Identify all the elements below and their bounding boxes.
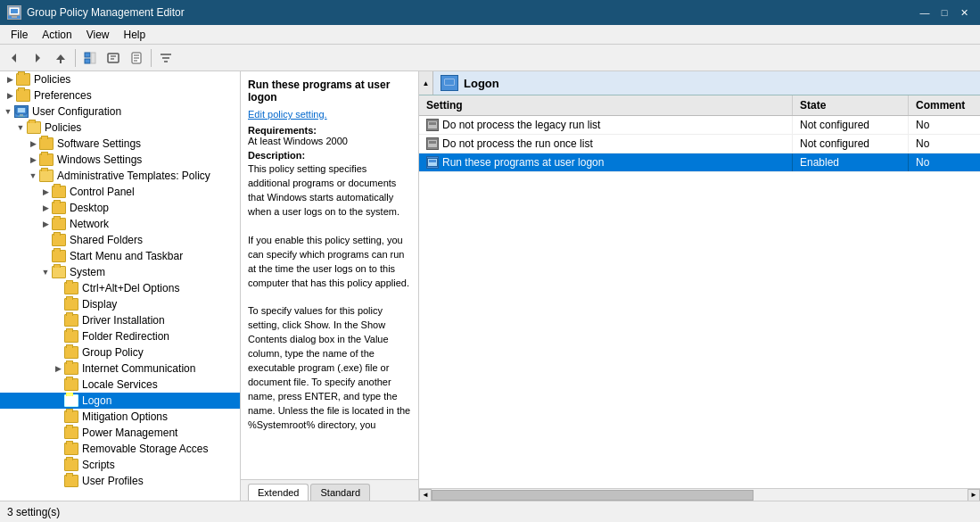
toolbar-back[interactable] [4, 47, 25, 69]
grid-row-0[interactable]: Do not process the legacy run list Not c… [419, 116, 980, 135]
expand-icon[interactable]: ▶ [4, 73, 16, 86]
tab-extended[interactable]: Extended [248, 484, 309, 501]
tree-item-power-mgmt[interactable]: ▶ Power Management [0, 425, 240, 441]
tree-item-driver-installation[interactable]: ▶ Driver Installation [0, 312, 240, 328]
tree-item-mitigation[interactable]: ▶ Mitigation Options [0, 409, 240, 425]
tree-label: Group Policy [82, 346, 144, 359]
desc-scroll-up[interactable]: ▲ [419, 71, 433, 95]
tree-label: Network [70, 218, 109, 230]
toolbar-forward[interactable] [27, 47, 48, 69]
folder-icon [52, 202, 66, 214]
policy-link[interactable]: Edit policy setting. [248, 109, 327, 120]
tree-item-policies-root[interactable]: ▶ Policies [0, 71, 240, 87]
tree-item-system[interactable]: ▼ System [0, 264, 240, 280]
expand-icon[interactable]: ▶ [52, 362, 64, 375]
tree-item-logon[interactable]: ▶ Logon [0, 393, 240, 409]
folder-icon [39, 170, 54, 182]
cell-state-0: Not configured [793, 116, 909, 134]
tree-item-ctrl-alt-del[interactable]: ▶ Ctrl+Alt+Del Options [0, 280, 240, 296]
tree-item-control-panel[interactable]: ▶ Control Panel [0, 184, 240, 200]
svg-rect-11 [108, 54, 119, 62]
svg-rect-8 [85, 53, 90, 57]
tab-standard[interactable]: Standard [310, 484, 370, 501]
cell-setting-2: Run these programs at user logon [419, 153, 793, 171]
toolbar-filter[interactable] [155, 47, 177, 69]
tree-label: Desktop [70, 202, 109, 214]
tree-item-removable-storage[interactable]: ▶ Removable Storage Acces [0, 441, 240, 457]
svg-rect-7 [60, 60, 62, 63]
title-bar-left: Group Policy Management Editor [7, 5, 185, 20]
col-setting[interactable]: Setting [419, 95, 793, 115]
settings-header: Logon [433, 71, 980, 95]
desc-heading: Run these programs at user logon [248, 79, 411, 104]
menu-file[interactable]: File [4, 27, 35, 43]
tree-item-policies-user[interactable]: ▼ Policies [0, 120, 240, 136]
minimize-button[interactable]: — [916, 4, 934, 21]
folder-icon [27, 121, 41, 134]
toolbar-up[interactable] [50, 47, 71, 69]
svg-marker-4 [12, 54, 16, 62]
tree-item-locale-services[interactable]: ▶ Locale Services [0, 377, 240, 393]
cell-comment-2: No [909, 153, 980, 171]
tree-item-desktop[interactable]: ▶ Desktop [0, 200, 240, 216]
tree-item-internet-comm[interactable]: ▶ Internet Communication [0, 360, 240, 377]
expand-icon[interactable]: ▶ [4, 89, 16, 102]
desc-edit-link[interactable]: Edit policy setting. [248, 109, 411, 120]
expand-icon[interactable]: ▶ [39, 202, 52, 214]
tree-label: Shared Folders [70, 234, 143, 246]
toolbar-new[interactable] [126, 47, 147, 69]
tree-item-network[interactable]: ▶ Network [0, 216, 240, 232]
tree-item-scripts[interactable]: ▶ Scripts [0, 457, 240, 473]
tree-panel[interactable]: ▶ Policies ▶ Preferences ▼ User Configur… [0, 71, 241, 501]
tree-label: Internet Communication [82, 362, 195, 375]
folder-icon [64, 475, 78, 487]
tree-item-user-profiles[interactable]: ▶ User Profiles [0, 473, 240, 489]
tree-item-user-config[interactable]: ▼ User Configuration [0, 104, 240, 120]
tree-item-admin-templates[interactable]: ▼ Administrative Templates: Policy [0, 168, 240, 184]
tree-label: Software Settings [57, 137, 141, 150]
expand-icon[interactable]: ▶ [39, 218, 52, 230]
expand-icon[interactable]: ▼ [27, 170, 39, 182]
svg-rect-9 [85, 59, 90, 63]
tree-item-shared-folders[interactable]: ▶ Shared Folders [0, 232, 240, 248]
main-container: ▶ Policies ▶ Preferences ▼ User Configur… [0, 71, 980, 501]
menu-view[interactable]: View [79, 27, 117, 43]
toolbar [0, 45, 980, 71]
tree-label: Policies [45, 121, 81, 134]
folder-icon [16, 73, 30, 86]
folder-icon [52, 186, 66, 198]
scroll-right[interactable]: ► [968, 489, 980, 501]
tree-item-preferences-root[interactable]: ▶ Preferences [0, 87, 240, 104]
grid-row-1[interactable]: Do not process the run once list Not con… [419, 135, 980, 153]
tree-item-display[interactable]: ▶ Display [0, 296, 240, 312]
maximize-button[interactable]: □ [935, 4, 953, 21]
tree-item-folder-redirection[interactable]: ▶ Folder Redirection [0, 328, 240, 344]
expand-icon[interactable]: ▶ [39, 186, 52, 198]
toolbar-show-hide[interactable] [79, 47, 101, 69]
svg-rect-32 [429, 141, 436, 144]
tree-label: Logon [82, 394, 111, 407]
scroll-left[interactable]: ◄ [419, 489, 432, 501]
menu-action[interactable]: Action [35, 27, 78, 43]
tree-item-software-settings[interactable]: ▶ Software Settings [0, 136, 240, 152]
expand-icon[interactable]: ▼ [14, 121, 27, 134]
expand-icon[interactable]: ▼ [39, 266, 52, 278]
folder-icon [64, 427, 78, 439]
expand-icon[interactable]: ▼ [2, 105, 14, 118]
grid-row-2[interactable]: Run these programs at user logon Enabled… [419, 153, 980, 172]
menu-help[interactable]: Help [117, 27, 153, 43]
scroll-thumb[interactable] [432, 490, 754, 501]
close-button[interactable]: ✕ [955, 4, 973, 21]
settings-panel: ▲ Logon Setting [419, 71, 980, 501]
tree-item-windows-settings[interactable]: ▶ Windows Settings [0, 152, 240, 168]
tree-item-group-policy[interactable]: ▶ Group Policy [0, 344, 240, 360]
policy-icon-blue [426, 156, 439, 169]
col-state[interactable]: State [793, 95, 909, 115]
tree-label: Control Panel [70, 186, 135, 198]
horizontal-scrollbar[interactable]: ◄ ► [419, 488, 980, 501]
expand-icon[interactable]: ▶ [27, 153, 39, 166]
toolbar-properties[interactable] [103, 47, 124, 69]
expand-icon[interactable]: ▶ [27, 137, 39, 150]
col-comment[interactable]: Comment [909, 95, 980, 115]
tree-item-start-menu[interactable]: ▶ Start Menu and Taskbar [0, 248, 240, 264]
